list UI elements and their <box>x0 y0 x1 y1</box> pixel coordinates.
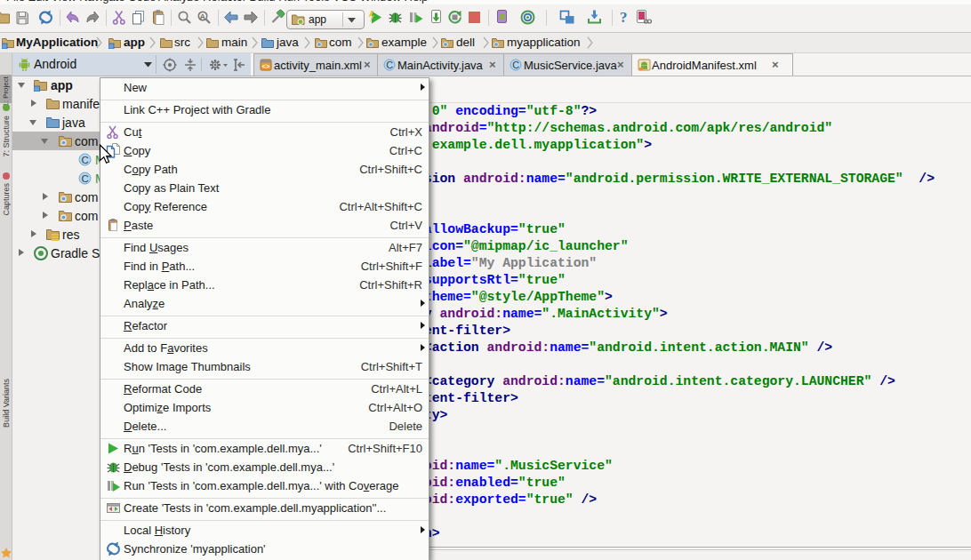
svg-text:<>: <> <box>262 63 271 70</box>
svg-text:C: C <box>512 60 519 70</box>
svg-text:C: C <box>82 173 89 184</box>
svg-text:C: C <box>386 60 393 70</box>
svg-text:A: A <box>200 12 206 21</box>
svg-text:C: C <box>82 155 89 165</box>
